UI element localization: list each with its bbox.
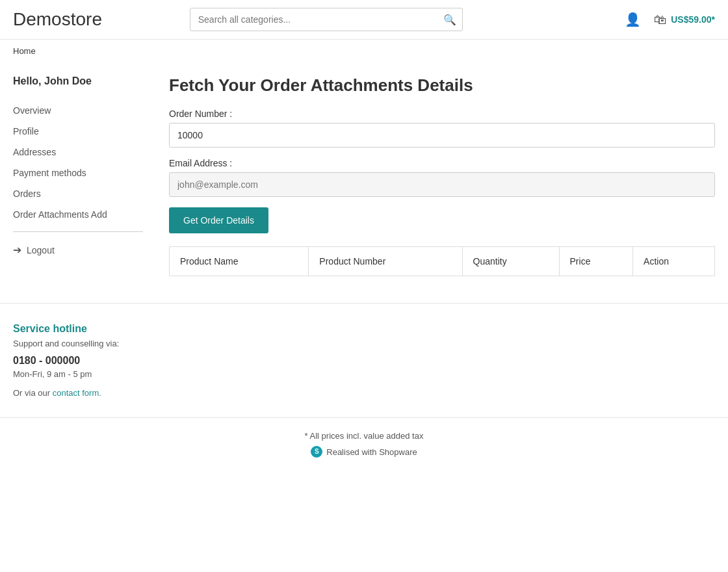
sidebar-item-profile[interactable]: Profile bbox=[13, 121, 143, 142]
header-right: 👤 🛍 US$59.00* bbox=[625, 12, 715, 27]
main-container: Hello, John Doe Overview Profile Address… bbox=[0, 62, 728, 290]
contact-form-link[interactable]: contact form. bbox=[53, 388, 101, 398]
sidebar: Hello, John Doe Overview Profile Address… bbox=[13, 75, 143, 277]
sidebar-item-addresses[interactable]: Addresses bbox=[13, 142, 143, 162]
phone-number: 0180 - 000000 bbox=[13, 355, 715, 367]
tax-note: * All prices incl. value added tax bbox=[13, 431, 715, 441]
sidebar-greeting: Hello, John Doe bbox=[13, 75, 143, 87]
sidebar-divider bbox=[13, 231, 143, 232]
email-group: Email Address : bbox=[169, 158, 715, 197]
main-content: Fetch Your Order Attachments Details Ord… bbox=[169, 75, 715, 277]
search-icon[interactable]: 🔍 bbox=[443, 14, 456, 26]
logout-icon: ➔ bbox=[13, 244, 21, 256]
search-bar: 🔍 bbox=[190, 8, 463, 31]
hours-text: Mon-Fri, 9 am - 5 pm bbox=[13, 369, 715, 379]
email-input[interactable] bbox=[169, 172, 715, 197]
breadcrumb-home[interactable]: Home bbox=[13, 46, 36, 56]
contact-prefix: Or via our bbox=[13, 388, 53, 398]
footer-info: Service hotline Support and counselling … bbox=[0, 304, 728, 417]
order-number-input[interactable] bbox=[169, 123, 715, 148]
logout-label: Logout bbox=[27, 245, 55, 255]
sidebar-item-payment-methods[interactable]: Payment methods bbox=[13, 162, 143, 183]
col-product-name: Product Name bbox=[170, 247, 309, 276]
header: Demostore 🔍 👤 🛍 US$59.00* bbox=[0, 0, 728, 40]
get-order-details-button[interactable]: Get Order Details bbox=[169, 207, 268, 233]
sidebar-nav: Overview Profile Addresses Payment metho… bbox=[13, 100, 143, 225]
search-input[interactable] bbox=[190, 8, 463, 31]
order-number-group: Order Number : bbox=[169, 109, 715, 148]
logo[interactable]: Demostore bbox=[13, 9, 102, 30]
sidebar-item-overview[interactable]: Overview bbox=[13, 100, 143, 121]
table-head: Product Name Product Number Quantity Pri… bbox=[170, 247, 715, 276]
email-label: Email Address : bbox=[169, 158, 715, 168]
page-title: Fetch Your Order Attachments Details bbox=[169, 75, 715, 96]
cart-price: US$59.00* bbox=[671, 14, 715, 25]
shopware-credit: S Realised with Shopware bbox=[13, 446, 715, 458]
order-table: Product Name Product Number Quantity Pri… bbox=[169, 246, 715, 276]
col-quantity: Quantity bbox=[462, 247, 559, 276]
sidebar-item-order-attachments-add[interactable]: Order Attachments Add bbox=[13, 204, 143, 225]
support-text: Support and counselling via: bbox=[13, 339, 715, 348]
col-action: Action bbox=[633, 247, 715, 276]
table-header-row: Product Name Product Number Quantity Pri… bbox=[170, 247, 715, 276]
col-product-number: Product Number bbox=[309, 247, 462, 276]
breadcrumb: Home bbox=[0, 40, 728, 62]
shopware-logo-icon: S bbox=[311, 446, 322, 458]
shopware-credit-text: Realised with Shopware bbox=[326, 447, 417, 457]
cart-icon: 🛍 bbox=[654, 12, 667, 27]
sidebar-item-orders[interactable]: Orders bbox=[13, 183, 143, 204]
order-number-label: Order Number : bbox=[169, 109, 715, 119]
bottom-footer: * All prices incl. value added tax S Rea… bbox=[0, 417, 728, 471]
user-icon[interactable]: 👤 bbox=[625, 12, 641, 27]
contact-text: Or via our contact form. bbox=[13, 388, 715, 398]
logo-light: store bbox=[62, 9, 102, 29]
logout-link[interactable]: ➔ Logout bbox=[13, 239, 143, 261]
logo-bold: Demo bbox=[13, 9, 62, 29]
hotline-title: Service hotline bbox=[13, 323, 715, 335]
col-price: Price bbox=[559, 247, 633, 276]
cart-container[interactable]: 🛍 US$59.00* bbox=[654, 12, 715, 27]
